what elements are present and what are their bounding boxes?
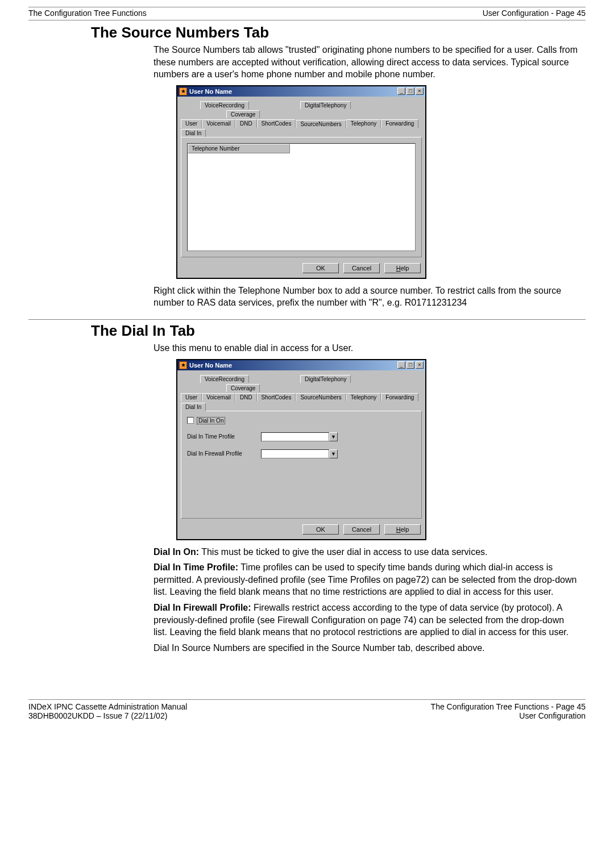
- footer-left-1: INDeX IPNC Cassette Administration Manua…: [28, 702, 187, 711]
- tab-forwarding[interactable]: Forwarding: [381, 119, 418, 128]
- time-profile-select[interactable]: ▼: [261, 432, 338, 441]
- tab-coverage[interactable]: Coverage: [226, 384, 260, 392]
- close-icon[interactable]: ×: [416, 87, 424, 95]
- tab-user[interactable]: User: [181, 119, 202, 128]
- tab-dnd[interactable]: DND: [235, 393, 257, 401]
- footer-left-2: 38DHB0002UKDD – Issue 7 (22/11/02): [28, 711, 187, 720]
- window-title: User No Name: [189, 88, 397, 95]
- minimize-icon[interactable]: _: [397, 87, 405, 95]
- source-numbers-note: Dial In Source Numbers are specified in …: [154, 642, 580, 654]
- footer-right-2: User Configuration: [431, 711, 586, 720]
- section2-p1: Use this menu to enable dial in access f…: [154, 342, 580, 354]
- close-icon[interactable]: ×: [416, 361, 424, 369]
- firewall-profile-paragraph: Dial In Firewall Profile: Firewalls rest…: [154, 602, 580, 639]
- window-title: User No Name: [189, 362, 397, 369]
- tab-telephony[interactable]: Telephony: [346, 119, 381, 128]
- firewall-profile-label: Dial In Firewall Profile: [187, 450, 261, 457]
- user-icon: ★: [179, 361, 187, 369]
- ok-button[interactable]: OK: [302, 263, 339, 273]
- maximize-icon[interactable]: □: [406, 361, 414, 369]
- cancel-button[interactable]: Cancel: [343, 524, 380, 535]
- section1-title: The Source Numbers Tab: [91, 24, 586, 41]
- header-left: The Configuration Tree Functions: [28, 9, 147, 18]
- maximize-icon[interactable]: □: [406, 87, 414, 95]
- help-button[interactable]: Help: [384, 263, 421, 273]
- dial-in-on-checkbox[interactable]: [187, 417, 194, 424]
- tab-voicemail[interactable]: Voicemail: [202, 393, 235, 401]
- tab-digitaltelephony[interactable]: DigitalTelephony: [300, 375, 351, 383]
- tab-dnd[interactable]: DND: [235, 119, 257, 128]
- chevron-down-icon[interactable]: ▼: [329, 432, 338, 441]
- tab-sourcenumbers[interactable]: SourceNumbers: [296, 393, 346, 401]
- cancel-button[interactable]: Cancel: [343, 263, 380, 273]
- chevron-down-icon[interactable]: ▼: [329, 449, 338, 458]
- window-dial-in: ★ User No Name _ □ × VoiceRecording Digi…: [176, 359, 426, 540]
- help-button[interactable]: Help: [384, 524, 421, 535]
- footer-right-1: The Configuration Tree Functions - Page …: [431, 702, 586, 711]
- time-profile-label: Dial In Time Profile: [187, 433, 261, 440]
- ok-button[interactable]: OK: [302, 524, 339, 535]
- dial-in-on-paragraph: Dial In On: This must be ticked to give …: [154, 546, 580, 558]
- minimize-icon[interactable]: _: [397, 361, 405, 369]
- titlebar[interactable]: ★ User No Name _ □ ×: [177, 86, 425, 97]
- tab-dialin[interactable]: Dial In: [181, 403, 206, 411]
- tab-voicerecording[interactable]: VoiceRecording: [200, 101, 249, 109]
- window-source-numbers: ★ User No Name _ □ × VoiceRecording Digi…: [176, 85, 426, 279]
- tab-user[interactable]: User: [181, 393, 202, 401]
- tab-sourcenumbers[interactable]: SourceNumbers: [296, 120, 346, 128]
- titlebar[interactable]: ★ User No Name _ □ ×: [177, 360, 425, 370]
- tab-dialin[interactable]: Dial In: [181, 129, 206, 137]
- firewall-profile-select[interactable]: ▼: [261, 449, 338, 458]
- time-profile-paragraph: Dial In Time Profile: Time profiles can …: [154, 561, 580, 598]
- tab-forwarding[interactable]: Forwarding: [381, 393, 418, 401]
- telephone-number-list[interactable]: Telephone Number: [187, 143, 416, 251]
- tab-telephony[interactable]: Telephony: [346, 393, 381, 401]
- tab-digitaltelephony[interactable]: DigitalTelephony: [300, 101, 351, 109]
- tab-coverage[interactable]: Coverage: [226, 110, 260, 118]
- dial-in-on-label: Dial In On: [197, 417, 225, 424]
- user-icon: ★: [179, 87, 187, 95]
- list-column-header[interactable]: Telephone Number: [188, 144, 290, 153]
- tab-shortcodes[interactable]: ShortCodes: [257, 119, 296, 128]
- section1-p1: The Source Numbers tab allows "trusted" …: [154, 44, 580, 81]
- header-right: User Configuration - Page 45: [483, 9, 586, 18]
- tab-voicerecording[interactable]: VoiceRecording: [200, 375, 249, 383]
- tab-shortcodes[interactable]: ShortCodes: [257, 393, 296, 401]
- section1-p2: Right click within the Telephone Number …: [154, 285, 580, 309]
- section2-title: The Dial In Tab: [91, 322, 586, 340]
- tab-voicemail[interactable]: Voicemail: [202, 119, 235, 128]
